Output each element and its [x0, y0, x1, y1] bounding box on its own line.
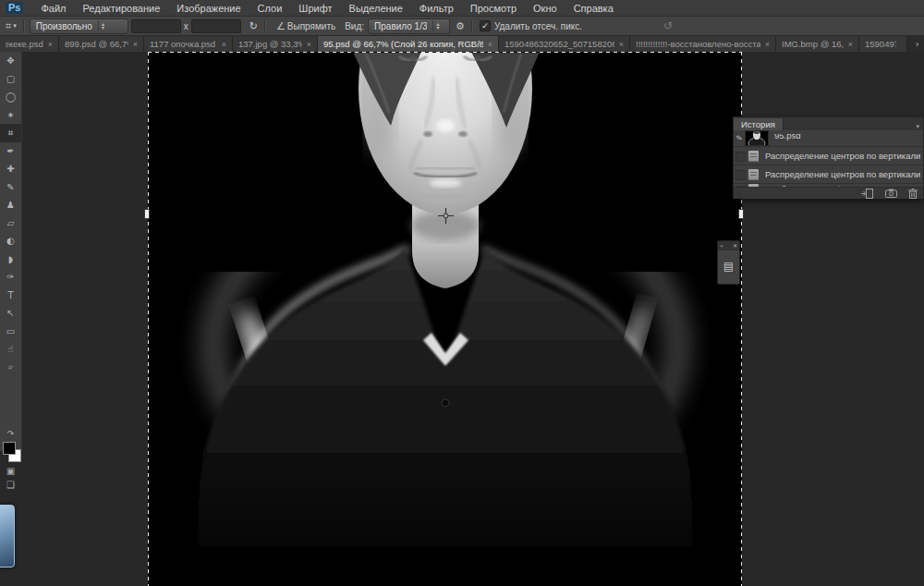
crop-tool-icon[interactable]: ⌗ [6, 20, 11, 32]
document-tab[interactable]: IMG.bmp @ 16,7%... × [776, 36, 859, 52]
history-source-checkbox[interactable] [736, 186, 746, 187]
swap-dimensions-icon[interactable]: ↻ [249, 20, 258, 32]
eraser-tool[interactable]: ▱ [0, 214, 21, 233]
document-tab[interactable]: 899.psd @ 66,7% (... × [59, 36, 144, 52]
history-source-checkbox[interactable] [736, 170, 746, 180]
history-source-checkbox[interactable] [736, 152, 746, 162]
menu-item[interactable]: Справка [565, 3, 622, 14]
selection-handle-left[interactable] [144, 209, 150, 219]
new-document-from-state-button[interactable] [861, 189, 874, 199]
canvas[interactable] [148, 52, 742, 586]
foreground-color-swatch[interactable] [3, 442, 16, 455]
overlay-options-dropdown[interactable]: Правило 1/3 ▴▾ [368, 18, 450, 34]
tab-close-icon[interactable]: × [848, 40, 853, 49]
history-state-row[interactable]: Распределение центров по вертикали [734, 147, 923, 165]
crosshair-cursor [438, 208, 454, 224]
dropdown-arrows-icon: ▴▾ [98, 20, 104, 31]
selection-ants-top [148, 52, 742, 53]
eyedropper-tool[interactable]: ✒ [0, 142, 21, 161]
crop-preset-dropdown[interactable]: Произвольно ▴▾ [30, 18, 128, 34]
path-selection-tool[interactable]: ↖ [0, 304, 21, 323]
tab-close-icon[interactable]: × [765, 40, 770, 49]
crop-width-input[interactable] [131, 19, 181, 33]
tab-overflow-chevron-icon[interactable]: › [911, 36, 924, 52]
screen-mode-icon[interactable]: ❏ [6, 478, 15, 492]
history-state-icon [748, 184, 759, 187]
dimension-separator-label: x [184, 21, 188, 31]
quick-mask-icon[interactable]: ▣ [6, 464, 15, 478]
crop-tool[interactable]: ⌗ [0, 124, 21, 142]
expand-panel-icon[interactable]: « [720, 243, 723, 249]
history-state-icon [748, 169, 759, 180]
dropdown-arrows-icon: ▴▾ [432, 20, 439, 31]
new-snapshot-camera-button[interactable] [885, 189, 897, 198]
tab-close-icon[interactable]: × [48, 40, 53, 49]
document-tab[interactable]: 95.psd @ 66,7% (Слой 26 копия, RGB/8*) *… [318, 36, 499, 52]
tab-close-icon[interactable]: × [619, 40, 624, 49]
hand-tool[interactable]: ☝ [0, 340, 21, 359]
history-state-icon [748, 151, 759, 162]
collapsed-panel-icon[interactable]: ▤ [718, 250, 739, 282]
photoshop-logo: Ps [6, 2, 23, 14]
tools-panel: ✥ ▢ ◯ ✶ ⌗ ✒ ✚ [0, 52, 22, 451]
move-tool[interactable]: ✥ [0, 52, 21, 70]
swap-colors-icon[interactable]: ↷ [7, 429, 15, 440]
separator [264, 19, 266, 32]
tool-preset-arrow-icon[interactable]: ▾ [13, 22, 17, 30]
healing-brush-tool[interactable]: ✚ [0, 160, 21, 178]
menu-item[interactable]: Выделение [341, 3, 411, 14]
document-tab[interactable]: 137.jpg @ 33,3% (... × [233, 36, 318, 52]
reset-icon[interactable]: ↺ [663, 19, 673, 32]
history-panel-footer [734, 187, 923, 199]
tool-options-bar: ⌗ ▾ Произвольно ▴▾ x ↻ ∠ Выпрямить Вид: … [0, 17, 924, 36]
photoshop-window: Ps Файл Редактирование Изображение Слои … [0, 0, 924, 586]
delete-state-trash-button[interactable] [908, 189, 918, 199]
document-tab-bar: жаекекеке.psd × 899.psd @ 66,7% (... × 1… [0, 36, 924, 52]
tab-close-icon[interactable]: × [488, 40, 492, 49]
brush-tool[interactable]: ✎ [0, 178, 21, 197]
straighten-button[interactable]: Выпрямить [287, 21, 335, 31]
menu-item[interactable]: Изображение [168, 3, 249, 14]
panel-menu-icon[interactable]: ▾ [912, 123, 923, 130]
zoom-tool[interactable]: ⌕ [0, 359, 21, 377]
marquee-tool[interactable]: ▢ [0, 70, 21, 89]
history-panel-tab[interactable]: История [734, 118, 784, 130]
close-panel-icon[interactable]: ✕ [733, 243, 737, 249]
lasso-tool[interactable]: ◯ [0, 88, 21, 106]
crop-height-input[interactable] [191, 19, 241, 33]
menu-item[interactable]: Фильтр [411, 3, 462, 14]
type-tool[interactable]: T [0, 287, 21, 305]
collapsed-panel-dock[interactable]: « ✕ ▤ [717, 240, 740, 285]
snapshot-thumbnail [745, 130, 769, 146]
delete-cropped-pixels-checkbox[interactable]: ✓ [480, 20, 491, 31]
menu-item[interactable]: Просмотр [462, 3, 525, 14]
straighten-icon[interactable]: ∠ [276, 20, 286, 32]
menu-item[interactable]: Редактирование [75, 3, 169, 14]
color-swatches [2, 442, 20, 464]
pen-tool[interactable]: ✑ [0, 268, 21, 287]
clone-stamp-tool[interactable]: ♟ [0, 196, 21, 214]
quick-selection-tool[interactable]: ✶ [0, 106, 21, 125]
history-snapshot-row[interactable]: ✎ 95.psd [734, 130, 923, 147]
menu-item[interactable]: Окно [525, 3, 565, 14]
tab-close-icon[interactable]: × [307, 40, 311, 49]
menu-item[interactable]: Слои [249, 3, 291, 14]
document-tab[interactable]: 1590486320652_507158206.jpg × [499, 36, 630, 52]
crop-options-gear-icon[interactable]: ⚙ [456, 20, 465, 32]
document-tab[interactable]: 1177 опочка.psd ... × [144, 36, 233, 52]
document-tab[interactable]: !!!!!!!!!!!!!-восстановлено-восстановлен… [630, 36, 776, 52]
view-label: Вид: [345, 21, 364, 31]
menu-bar: Ps Файл Редактирование Изображение Слои … [0, 0, 924, 17]
document-tab[interactable]: 1590497669 [859, 36, 907, 52]
shape-tool[interactable]: ▭ [0, 323, 21, 341]
tab-close-icon[interactable]: × [222, 40, 226, 49]
menu-item[interactable]: Файл [32, 3, 74, 14]
minimized-window-thumbnail[interactable] [0, 505, 15, 568]
menu-item[interactable]: Шрифт [290, 3, 340, 14]
tab-close-icon[interactable]: × [133, 40, 138, 49]
document-tab[interactable]: жаекекеке.psd × [0, 36, 59, 52]
dodge-tool[interactable]: ◐ [0, 232, 21, 250]
blur-tool[interactable]: ◗ [0, 250, 21, 269]
selection-handle-right[interactable] [738, 209, 744, 219]
history-state-row[interactable]: Распределение центров по вертикали [734, 165, 923, 184]
